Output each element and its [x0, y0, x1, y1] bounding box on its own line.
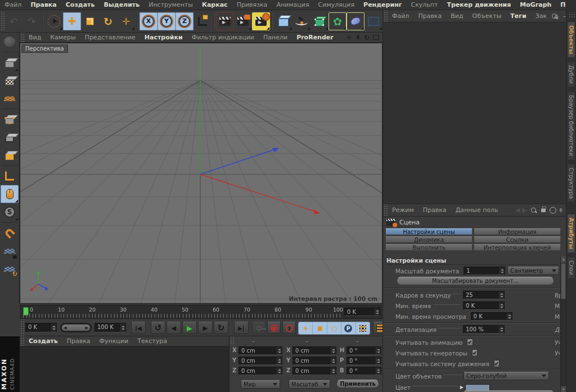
omni-tool-button[interactable]: ✛: [117, 12, 135, 30]
timeline-end-field[interactable]: 0 K: [344, 308, 380, 316]
min-time-field[interactable]: 0 K: [463, 301, 505, 310]
size-x-field[interactable]: 0 cm: [292, 346, 336, 355]
spinner-arrows[interactable]: [51, 323, 56, 332]
menu-tools[interactable]: Инструменты: [144, 0, 197, 10]
vp-pan-icon[interactable]: ✛: [345, 34, 354, 42]
toolbar-drag-handle[interactable]: [0, 12, 4, 31]
viewport-solo-button[interactable]: [1, 185, 19, 203]
magnet-button[interactable]: [1, 224, 19, 242]
mat-menu-texture[interactable]: Текстура: [133, 336, 172, 346]
viewport-menu-handle[interactable]: [20, 33, 24, 42]
add-deformer-button[interactable]: ✿: [328, 12, 346, 30]
am-search-icon[interactable]: [530, 207, 537, 214]
record-scale-toggle[interactable]: ■: [313, 322, 327, 334]
fps-field[interactable]: 25: [463, 291, 505, 299]
object-color-dropdown[interactable]: Серо-голубой: [464, 372, 549, 380]
om-menu-bookmarks[interactable]: Зак: [531, 11, 551, 21]
goto-end-button[interactable]: ▶|: [234, 322, 249, 334]
timeline-zoom-slider[interactable]: ◀▶: [60, 323, 92, 332]
spinner-arrows[interactable]: [499, 302, 504, 309]
am-back-icon[interactable]: ◀: [514, 206, 521, 214]
spinner-arrows[interactable]: [277, 347, 282, 354]
strip-handle[interactable]: [568, 12, 575, 18]
menu-simulate[interactable]: Симуляция: [314, 0, 359, 10]
range-start-field[interactable]: 0 K: [25, 323, 57, 332]
spinner-arrows[interactable]: [376, 347, 381, 354]
spinner-arrows[interactable]: [507, 313, 512, 320]
render-settings-button[interactable]: ▶: [252, 12, 270, 30]
zoom-slider-handle[interactable]: ◀▶: [62, 325, 90, 331]
goto-start-button[interactable]: |◀: [131, 322, 146, 334]
vp-menu-filter[interactable]: Фильтр индикации: [187, 33, 259, 42]
mat-menu-create[interactable]: Создать: [24, 336, 62, 346]
coord-mode-dropdown[interactable]: Масштаб: [289, 380, 330, 389]
record-pla-toggle[interactable]: [356, 322, 370, 334]
undo-button[interactable]: ↶: [4, 12, 22, 30]
lock-z-axis-button[interactable]: Z: [176, 12, 194, 30]
record-rotation-toggle[interactable]: ○: [327, 322, 341, 334]
menu-file[interactable]: Файл: [0, 0, 26, 10]
spinner-arrows[interactable]: [499, 326, 504, 333]
vp-zoom-icon[interactable]: ⬍: [354, 34, 362, 41]
render-view-button[interactable]: ▶: [216, 12, 234, 30]
rotate-tool-button[interactable]: ↻: [99, 12, 117, 30]
record-button[interactable]: ●: [267, 322, 281, 334]
tab-information[interactable]: Информация: [474, 228, 561, 235]
add-volume-button[interactable]: [346, 12, 364, 30]
pos-y-field[interactable]: 0 cm: [238, 357, 282, 365]
am-menu-edit[interactable]: Правка: [418, 205, 451, 215]
vp-menu-view[interactable]: Вид: [24, 33, 46, 42]
material-menu-handle[interactable]: [20, 336, 24, 346]
spinner-arrows[interactable]: [277, 357, 282, 364]
add-primitive-button[interactable]: [274, 12, 292, 30]
size-y-field[interactable]: 0 cm: [292, 357, 336, 365]
scroll-up-button[interactable]: [561, 256, 566, 263]
size-z-field[interactable]: 0 cm: [292, 367, 336, 375]
add-spline-button[interactable]: ✒: [292, 12, 310, 30]
spinner-arrows[interactable]: [331, 367, 336, 375]
pos-x-field[interactable]: 0 cm: [238, 346, 282, 355]
model-mode-button[interactable]: [1, 53, 19, 71]
spinner-arrows[interactable]: [331, 357, 336, 364]
om-menu-file[interactable]: Файл: [388, 11, 413, 21]
add-generator-button[interactable]: [310, 12, 328, 30]
use-generators-checkbox[interactable]: ✔: [472, 349, 478, 357]
am-menu-userdata[interactable]: Данные поль: [451, 205, 503, 215]
color-expand-arrow[interactable]: ▶: [460, 385, 464, 390]
points-mode-button[interactable]: [1, 110, 19, 128]
om-menu-handle[interactable]: [383, 10, 388, 22]
mat-menu-edit[interactable]: Правка: [62, 336, 95, 346]
menu-edit[interactable]: Правка: [26, 0, 61, 10]
make-editable-button[interactable]: [1, 33, 19, 51]
viewport[interactable]: Перспектива Интервал растра : 100 cm: [20, 43, 382, 304]
play-loop-button[interactable]: ↻: [214, 322, 228, 334]
tab-references[interactable]: Ссылки: [474, 236, 561, 243]
live-selection-button[interactable]: ➤: [45, 12, 63, 30]
vp-menu-prorender[interactable]: ProRender: [292, 33, 338, 42]
use-motion-checkbox[interactable]: ✔: [494, 360, 500, 367]
tab-attributes-vertical[interactable]: Атрибуты: [567, 214, 575, 253]
rot-b-field[interactable]: 0 °: [346, 367, 381, 375]
om-menu-view[interactable]: Вид: [446, 11, 467, 21]
tab-objects-vertical[interactable]: Объекты: [567, 21, 575, 58]
am-history-icon[interactable]: [550, 207, 556, 214]
coordinate-system-button[interactable]: [194, 12, 212, 30]
edges-mode-button[interactable]: [1, 128, 19, 146]
play-button[interactable]: ▶: [182, 322, 197, 334]
record-key-button[interactable]: [252, 322, 266, 334]
am-forward-icon[interactable]: ▶: [521, 206, 530, 214]
scrollbar-thumb[interactable]: [561, 263, 566, 299]
range-end-field[interactable]: 100 K: [94, 323, 126, 332]
spinner-arrows[interactable]: [499, 291, 504, 299]
record-position-toggle[interactable]: +: [299, 322, 313, 334]
previous-frame-button[interactable]: ◀: [166, 322, 181, 334]
mat-menu-function[interactable]: Функции: [95, 336, 133, 346]
section-title[interactable]: Настройки сцены: [385, 256, 559, 265]
am-menu-handle[interactable]: [383, 204, 388, 216]
autokey-button[interactable]: ?: [282, 322, 296, 334]
align-workplane-button[interactable]: ↻: [1, 260, 19, 278]
doc-scale-field[interactable]: 1: [464, 267, 505, 275]
menu-create[interactable]: Создать: [61, 0, 100, 10]
coord-system-dropdown[interactable]: Мир: [241, 380, 280, 389]
color-swatch[interactable]: [465, 384, 490, 391]
